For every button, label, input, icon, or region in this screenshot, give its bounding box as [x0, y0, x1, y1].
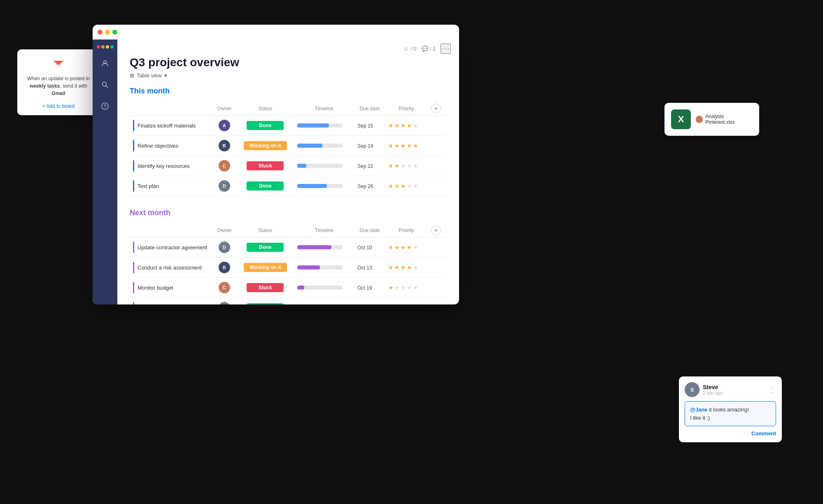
- comment-widget: S Steve 2 min ago ⋮ @Jane it looks amazi…: [679, 376, 782, 442]
- comments-button[interactable]: 💬 / 1: [422, 46, 436, 52]
- avatar: D: [219, 302, 230, 304]
- due-date: Oct 10: [357, 245, 372, 251]
- more-options-button[interactable]: ···: [441, 44, 451, 54]
- col-task-nm: [130, 224, 212, 237]
- reactions-button[interactable]: ☺ / 0: [403, 46, 417, 52]
- table-row: Identify key resources C Stuck Sep 22: [130, 156, 447, 176]
- timeline-cell: [294, 116, 354, 136]
- status-badge[interactable]: Stuck: [247, 283, 284, 292]
- owner-cell: B: [212, 136, 237, 156]
- due-date: Sep 15: [357, 123, 373, 129]
- star-1: ★: [388, 163, 394, 169]
- next-month-header: Next month: [130, 209, 447, 217]
- maximize-dot[interactable]: [112, 30, 117, 35]
- due-date-cell: Sep 22: [354, 156, 385, 176]
- task-name-cell: Test plan: [130, 176, 212, 196]
- due-date: Sep 19: [357, 143, 373, 149]
- task-name: Identify key resources: [138, 163, 189, 169]
- star-4: ★: [407, 142, 412, 149]
- extra-cell: [428, 116, 447, 136]
- star-4: ★: [407, 163, 412, 169]
- star-3: ★: [401, 183, 406, 189]
- status-badge[interactable]: Working on it: [244, 263, 287, 272]
- comment-more-button[interactable]: ⋮: [769, 385, 776, 394]
- timeline-track: [297, 286, 343, 290]
- owner-cell: A: [212, 116, 237, 136]
- extra-cell: [428, 237, 447, 258]
- status-badge[interactable]: Stuck: [247, 161, 284, 170]
- priority-cell: ★★★★★: [385, 156, 427, 176]
- priority-cell: ★★★★★: [385, 136, 427, 156]
- extra-cell: [428, 258, 447, 278]
- star-4: ★: [407, 264, 412, 271]
- sidebar-help-icon[interactable]: ?: [98, 100, 112, 113]
- excel-icon: X: [671, 109, 691, 129]
- priority-stars: ★★★★★: [388, 244, 424, 251]
- timeline-cell: [294, 237, 354, 258]
- sidebar-people-icon[interactable]: [98, 57, 112, 70]
- priority-cell: ★★★★★: [385, 278, 427, 298]
- task-name: Update contractor agreement: [138, 244, 207, 251]
- status-badge[interactable]: Done: [247, 243, 284, 252]
- table-row: Update contractor agreement D Done Oct 1…: [130, 237, 447, 258]
- close-dot[interactable]: [98, 30, 103, 35]
- comment-action-button[interactable]: Comment: [685, 430, 776, 437]
- add-column-button-1[interactable]: +: [431, 225, 441, 235]
- extra-cell: [428, 278, 447, 298]
- status-badge[interactable]: Done: [247, 121, 284, 130]
- sidebar-search-icon[interactable]: [98, 78, 112, 91]
- task-name: Conduct a risk assessment: [138, 265, 202, 271]
- gmail-description: When an update is posted in weekly tasks…: [24, 75, 93, 97]
- avatar: B: [219, 140, 230, 151]
- reaction-icon: ☺: [403, 46, 409, 52]
- priority-stars: ★★★★★: [388, 122, 424, 129]
- svg-line-3: [106, 86, 108, 88]
- col-owner-1: Owner: [212, 224, 237, 237]
- star-5: ★: [413, 142, 418, 149]
- priority-cell: ★★★★★: [385, 298, 427, 305]
- comment-mention: @Jane: [690, 406, 707, 413]
- comment-timestamp: 2 min ago: [703, 390, 765, 395]
- star-3: ★: [401, 122, 406, 129]
- owner-cell: B: [212, 258, 237, 278]
- col-duedate-1: Due date: [354, 224, 385, 237]
- priority-stars: ★★★★★: [388, 183, 424, 189]
- left-bar: [133, 262, 134, 273]
- main-content: Q3 project overview ☺ / 0 💬 / 1 ··· ⊞ Ta…: [117, 39, 459, 304]
- col-task: [130, 102, 212, 116]
- col-add-0: +: [428, 102, 447, 116]
- table-row: Finalize kickoff materials A Done Sep 15: [130, 116, 447, 136]
- table-view-button[interactable]: ⊞ Table view ▾: [130, 72, 167, 79]
- timeline-cell: [294, 156, 354, 176]
- excel-widget: X Analysis Pinterest.xlsx: [664, 103, 759, 136]
- table-row: Conduct a risk assessment B Working on i…: [130, 258, 447, 278]
- priority-cell: ★★★★★: [385, 237, 427, 258]
- commenter-avatar: S: [685, 382, 699, 397]
- timeline-track: [297, 164, 343, 168]
- priority-stars: ★★★★★: [388, 142, 424, 149]
- task-name-cell: Refine objectives: [130, 136, 212, 156]
- status-badge[interactable]: Working on it: [244, 141, 287, 150]
- table-row: Monitor budget C Stuck Oct 19: [130, 278, 447, 298]
- minimize-dot[interactable]: [105, 30, 110, 35]
- add-column-button-0[interactable]: +: [431, 104, 441, 114]
- chevron-down-icon: ▾: [164, 72, 167, 79]
- timeline-track: [297, 144, 343, 148]
- left-bar: [133, 140, 134, 151]
- add-to-board-button[interactable]: + Add to board: [42, 103, 75, 109]
- status-badge[interactable]: Done: [247, 303, 284, 304]
- task-name: Refine objectives: [138, 143, 178, 149]
- task-name-cell: Update contractor agreement: [130, 237, 212, 258]
- due-date-cell: Oct 19: [354, 278, 385, 298]
- due-date-cell: Sep 26: [354, 176, 385, 196]
- star-1: ★: [388, 284, 394, 291]
- star-1: ★: [388, 183, 394, 189]
- timeline-fill: [297, 184, 327, 188]
- comment-icon: 💬: [422, 46, 428, 52]
- status-badge[interactable]: Done: [247, 181, 284, 190]
- star-2: ★: [394, 244, 400, 251]
- excel-user-avatar: [696, 116, 703, 123]
- col-priority-0: Priority: [385, 102, 427, 116]
- star-3: ★: [401, 284, 406, 291]
- task-name: Finalize kickoff materials: [138, 123, 196, 129]
